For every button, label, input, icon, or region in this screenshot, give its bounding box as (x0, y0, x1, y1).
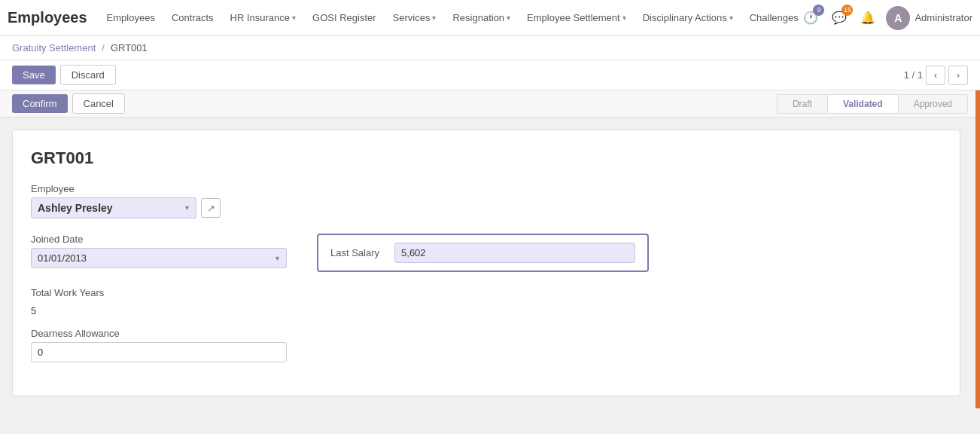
navbar: Employees Employees Contracts HR Insuran… (0, 0, 980, 36)
breadcrumb: Gratuity Settlement / GRT001 (0, 36, 980, 60)
form-card: GRT001 Employee Ashley Presley ↗ (12, 130, 960, 396)
joined-date-salary-row: Joined Date 01/01/2013 Last Salary (31, 234, 942, 272)
settlement-caret: ▾ (622, 14, 626, 22)
employee-group: Employee Ashley Presley ↗ (31, 183, 221, 219)
admin-menu[interactable]: A Administrator (886, 6, 972, 30)
bell-icon-btn[interactable]: 🔔 (857, 8, 878, 29)
cancel-button[interactable]: Cancel (72, 93, 125, 114)
employee-external-link-button[interactable]: ↗ (201, 198, 221, 218)
work-years-allowance-row: Total Work Years 5 (31, 287, 942, 320)
form-title: GRT001 (31, 148, 942, 168)
nav-items: Employees Contracts HR Insurance ▾ GOSI … (99, 8, 801, 28)
status-bar: Confirm Cancel Draft Validated Approved (0, 90, 980, 118)
status-step-validated: Validated (827, 94, 898, 114)
total-work-years-label: Total Work Years (31, 287, 104, 298)
status-step-approved: Approved (898, 94, 968, 114)
resignation-caret: ▾ (507, 14, 510, 22)
nav-challenges[interactable]: Challenges ▾ (742, 8, 801, 28)
disciplinary-caret: ▾ (729, 14, 733, 22)
breadcrumb-current: GRT001 (111, 42, 148, 53)
external-link-icon: ↗ (207, 203, 215, 214)
clock-badge: 9 (813, 5, 824, 16)
employee-label: Employee (31, 183, 221, 194)
bell-icon: 🔔 (860, 11, 875, 25)
status-step-draft: Draft (777, 94, 827, 114)
joined-date-group: Joined Date 01/01/2013 (31, 234, 287, 268)
prev-page-button[interactable]: ‹ (926, 66, 945, 85)
right-accent-bar (975, 90, 980, 408)
toolbar: Save Discard 1 / 1 ‹ › (0, 60, 980, 90)
nav-contracts[interactable]: Contracts (164, 8, 221, 28)
nav-hr-insurance[interactable]: HR Insurance ▾ (223, 8, 303, 28)
joined-date-select[interactable]: 01/01/2013 (31, 248, 287, 268)
employee-select[interactable]: Ashley Presley (31, 197, 196, 219)
breadcrumb-separator: / (102, 42, 105, 53)
pagination-text: 1 / 1 (904, 69, 923, 81)
services-caret: ▾ (432, 14, 436, 22)
hr-insurance-caret: ▾ (292, 14, 296, 22)
joined-date-select-wrapper: 01/01/2013 (31, 248, 287, 268)
dearness-allowance-label: Dearness Allowance (31, 328, 287, 339)
app-brand: Employees (8, 9, 87, 26)
avatar: A (886, 6, 910, 30)
main-content: GRT001 Employee Ashley Presley ↗ (0, 118, 980, 408)
clock-icon-btn[interactable]: 🕐 9 (800, 8, 821, 29)
employee-row: Employee Ashley Presley ↗ (31, 183, 942, 219)
chat-icon-btn[interactable]: 💬 15 (829, 8, 850, 29)
total-work-years-value: 5 (31, 301, 104, 320)
discard-button[interactable]: Discard (60, 65, 116, 85)
admin-label: Administrator (915, 12, 972, 23)
last-salary-input[interactable] (394, 243, 635, 263)
nav-resignation[interactable]: Resignation ▾ (445, 8, 518, 28)
total-work-years-group: Total Work Years 5 (31, 287, 104, 320)
chat-badge: 15 (842, 5, 853, 16)
dearness-row: Dearness Allowance (31, 328, 942, 362)
last-salary-label: Last Salary (330, 247, 379, 258)
navbar-right: 🕐 9 💬 15 🔔 A Administrator (800, 6, 972, 30)
pagination: 1 / 1 ‹ › (904, 66, 968, 85)
nav-disciplinary-actions[interactable]: Disciplinary Actions ▾ (635, 8, 741, 28)
page-wrapper: Confirm Cancel Draft Validated Approved … (0, 90, 980, 408)
status-steps: Draft Validated Approved (777, 94, 968, 114)
save-button[interactable]: Save (12, 66, 56, 84)
employee-field-row: Ashley Presley ↗ (31, 197, 221, 219)
dearness-allowance-group: Dearness Allowance (31, 328, 287, 362)
confirm-button[interactable]: Confirm (12, 94, 68, 113)
nav-employees[interactable]: Employees (99, 8, 163, 28)
nav-gosi[interactable]: GOSI Register (305, 8, 384, 28)
breadcrumb-parent[interactable]: Gratuity Settlement (12, 42, 96, 53)
nav-services[interactable]: Services ▾ (385, 8, 444, 28)
employee-select-wrapper: Ashley Presley (31, 197, 196, 219)
dearness-allowance-input[interactable] (31, 342, 287, 362)
nav-employee-settlement[interactable]: Employee Settlement ▾ (519, 8, 634, 28)
last-salary-group: Last Salary (317, 234, 649, 272)
next-page-button[interactable]: › (948, 66, 968, 85)
joined-date-label: Joined Date (31, 234, 287, 245)
